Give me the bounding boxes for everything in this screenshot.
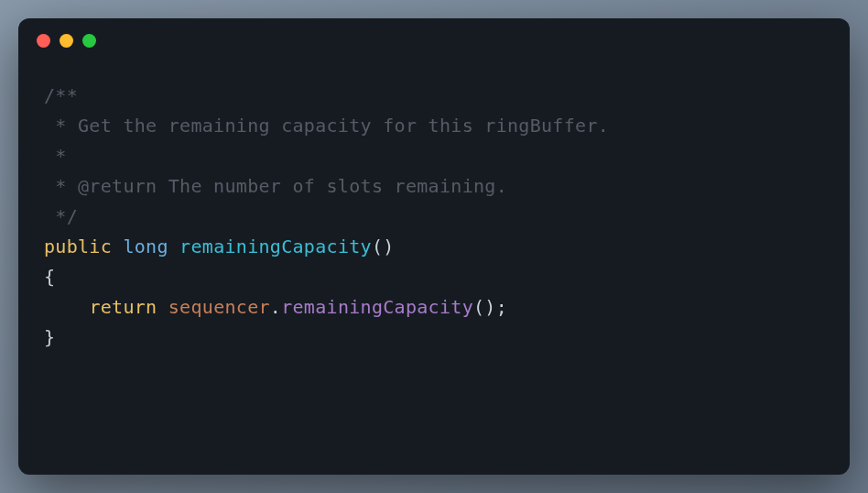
- code-editor[interactable]: /** * Get the remaining capacity for thi…: [18, 62, 850, 475]
- open-brace: {: [44, 262, 824, 292]
- comment-line: * Get the remaining capacity for this ri…: [44, 111, 824, 141]
- code-window: /** * Get the remaining capacity for thi…: [18, 18, 850, 475]
- comment-line: /**: [44, 81, 824, 111]
- window-titlebar: [18, 18, 850, 62]
- comment-line: */: [44, 202, 824, 232]
- return-statement: return sequencer.remainingCapacity();: [44, 292, 824, 323]
- comment-line: *: [44, 141, 824, 171]
- method-signature: public long remainingCapacity(): [44, 232, 824, 262]
- maximize-icon[interactable]: [82, 34, 96, 48]
- close-icon[interactable]: [37, 34, 50, 48]
- comment-line: * @return The number of slots remaining.: [44, 171, 824, 202]
- minimize-icon[interactable]: [60, 34, 73, 48]
- close-brace: }: [44, 323, 824, 353]
